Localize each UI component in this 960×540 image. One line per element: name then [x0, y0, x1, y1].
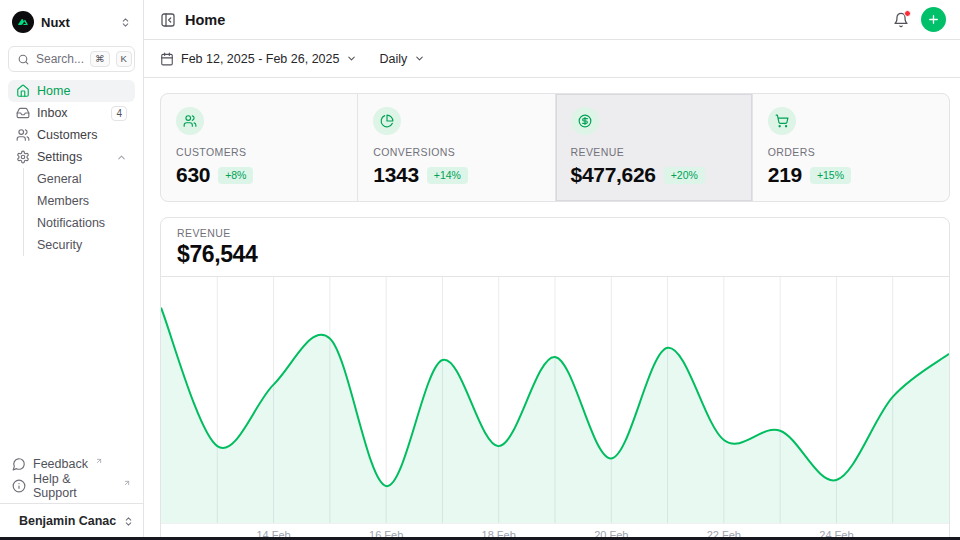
sidebar-item-label: Inbox — [37, 106, 68, 120]
chevron-up-icon — [116, 152, 127, 163]
main-area: Home Feb 12, 2025 - Feb 26, 2025 Daily — [144, 0, 960, 540]
external-link-icon — [95, 457, 103, 465]
filters-toolbar: Feb 12, 2025 - Feb 26, 2025 Daily — [144, 40, 960, 78]
stat-delta-badge: +8% — [218, 167, 253, 184]
stat-delta-badge: +14% — [427, 167, 468, 184]
sidebar-item-general[interactable]: General — [24, 168, 135, 190]
info-icon — [12, 479, 26, 493]
sidebar: Nuxt Search... ⌘ K Home Inbox 4 — [0, 0, 144, 540]
collapse-sidebar-button[interactable] — [160, 12, 176, 28]
help-support-link[interactable]: Help & Support — [8, 475, 135, 497]
shopping-cart-icon — [768, 107, 796, 135]
sidebar-item-customers[interactable]: Customers — [8, 124, 135, 146]
stat-card-orders[interactable]: ORDERS 219 +15% — [753, 94, 949, 201]
revenue-chart-card: REVENUE $76,544 14 Feb16 Feb18 Feb20 Feb… — [160, 217, 950, 540]
interval-select[interactable]: Daily — [379, 52, 425, 66]
users-icon — [16, 128, 30, 142]
inbox-count-badge: 4 — [111, 106, 127, 121]
search-icon — [17, 53, 30, 66]
gear-icon — [16, 150, 30, 164]
stat-label: CUSTOMERS — [176, 146, 342, 158]
settings-submenu: General Members Notifications Security — [23, 168, 135, 256]
sidebar-item-home[interactable]: Home — [8, 80, 135, 102]
stat-delta-badge: +20% — [664, 167, 705, 184]
content: CUSTOMERS 630 +8% CONVERSIONS 1343 +14% — [144, 78, 960, 540]
search-input[interactable]: Search... ⌘ K — [8, 46, 135, 72]
sidebar-item-members[interactable]: Members — [24, 190, 135, 212]
stats-row: CUSTOMERS 630 +8% CONVERSIONS 1343 +14% — [160, 93, 950, 202]
chart-value: $76,544 — [177, 241, 933, 268]
page-title: Home — [185, 12, 225, 28]
home-icon — [16, 84, 30, 98]
stat-label: CONVERSIONS — [373, 146, 539, 158]
stat-value: 219 — [768, 163, 802, 187]
kbd-cmd: ⌘ — [90, 51, 110, 67]
notification-dot — [904, 10, 911, 17]
chevrons-up-down-icon — [123, 516, 134, 527]
stat-card-conversions[interactable]: CONVERSIONS 1343 +14% — [358, 94, 554, 201]
sidebar-footer: Feedback Help & Support Benjamin Canac — [8, 453, 135, 540]
workspace-name: Nuxt — [41, 15, 70, 30]
kbd-k: K — [116, 51, 132, 67]
workspace-switcher[interactable]: Nuxt — [8, 8, 135, 36]
pie-chart-icon — [373, 107, 401, 135]
message-circle-icon — [12, 457, 26, 471]
revenue-chart-plot[interactable] — [161, 277, 949, 523]
sidebar-item-settings[interactable]: Settings — [8, 146, 135, 168]
chevron-down-icon — [414, 53, 425, 64]
user-name: Benjamin Canac — [19, 514, 116, 528]
chart-label: REVENUE — [177, 227, 933, 239]
calendar-icon — [160, 52, 174, 66]
stat-delta-badge: +15% — [810, 167, 851, 184]
stat-value: 1343 — [373, 163, 419, 187]
stat-label: REVENUE — [571, 146, 737, 158]
sidebar-item-label: Home — [37, 84, 70, 98]
sidebar-item-label: Customers — [37, 128, 97, 142]
help-support-label: Help & Support — [33, 472, 116, 500]
feedback-label: Feedback — [33, 457, 88, 471]
sidebar-item-inbox[interactable]: Inbox 4 — [8, 102, 135, 124]
dollar-circle-icon — [571, 107, 599, 135]
sidebar-item-label: Settings — [37, 150, 82, 164]
sidebar-item-notifications[interactable]: Notifications — [24, 212, 135, 234]
sidebar-nav: Home Inbox 4 Customers Settings Genera — [8, 80, 135, 256]
date-range-picker[interactable]: Feb 12, 2025 - Feb 26, 2025 — [160, 52, 357, 66]
inbox-icon — [16, 106, 30, 120]
user-menu[interactable]: Benjamin Canac — [0, 503, 143, 540]
stat-label: ORDERS — [768, 146, 934, 158]
plus-icon — [927, 13, 940, 26]
stat-card-customers[interactable]: CUSTOMERS 630 +8% — [161, 94, 357, 201]
chevron-down-icon — [346, 53, 357, 64]
search-placeholder: Search... — [36, 52, 84, 66]
chevrons-up-down-icon — [120, 17, 131, 28]
stat-value: $477,626 — [571, 163, 656, 187]
date-range-value: Feb 12, 2025 - Feb 26, 2025 — [181, 52, 339, 66]
stat-value: 630 — [176, 163, 210, 187]
chart-header: REVENUE $76,544 — [161, 218, 949, 277]
stat-card-revenue[interactable]: REVENUE $477,626 +20% — [556, 94, 752, 201]
external-link-icon — [123, 479, 131, 487]
nuxt-logo-icon — [12, 11, 34, 33]
add-button[interactable] — [921, 7, 946, 32]
top-header: Home — [144, 0, 960, 40]
notifications-button[interactable] — [893, 12, 909, 28]
users-icon — [176, 107, 204, 135]
sidebar-item-security[interactable]: Security — [24, 234, 135, 256]
interval-value: Daily — [379, 52, 407, 66]
